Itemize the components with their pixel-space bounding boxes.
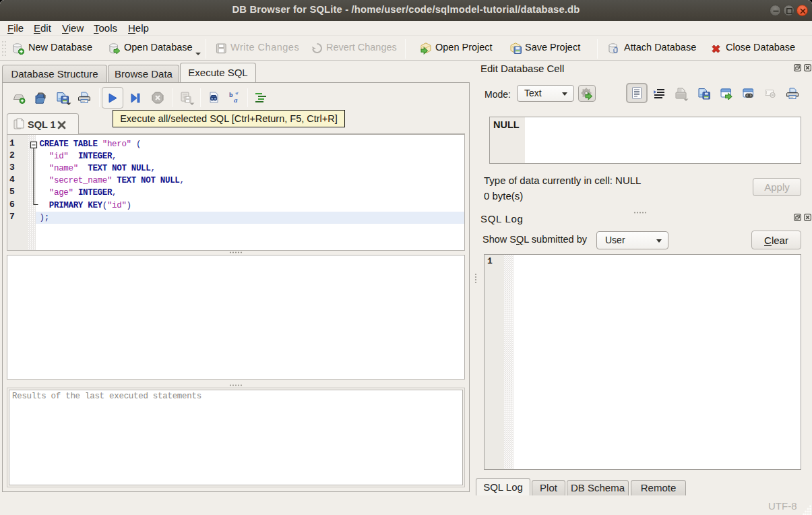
svg-text:b: b xyxy=(229,92,233,98)
svg-text:a: a xyxy=(234,96,238,104)
